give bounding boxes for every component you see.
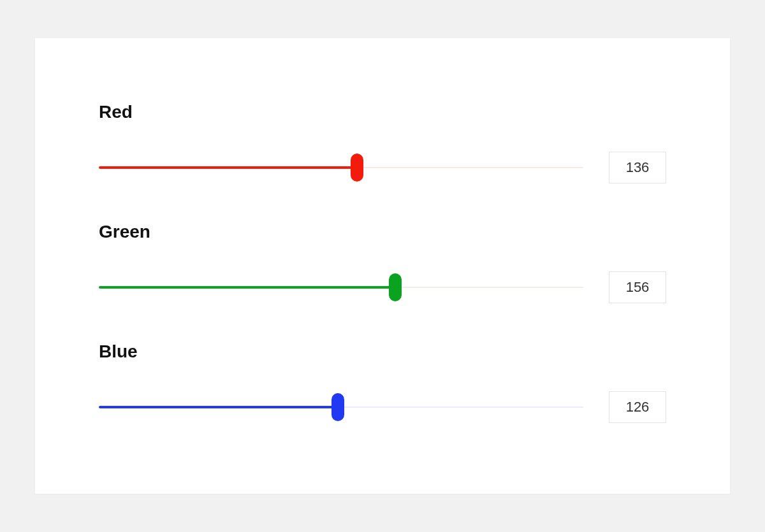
slider-thumb-red[interactable] xyxy=(351,154,363,182)
slider-value-blue[interactable]: 126 xyxy=(609,391,666,423)
slider-row-blue: 126 xyxy=(99,391,666,423)
slider-group-blue: Blue 126 xyxy=(99,341,666,423)
slider-value-green[interactable]: 156 xyxy=(609,271,666,303)
slider-blue[interactable] xyxy=(99,394,583,420)
slider-group-red: Red 136 xyxy=(99,102,666,183)
slider-track-fill-red xyxy=(99,166,357,169)
slider-thumb-green[interactable] xyxy=(389,273,402,301)
rgb-slider-card: Red 136 Green 156 Blue xyxy=(35,38,730,494)
slider-label-red: Red xyxy=(99,102,666,122)
slider-row-red: 136 xyxy=(99,152,666,183)
slider-label-blue: Blue xyxy=(99,341,666,362)
slider-track-fill-green xyxy=(99,286,395,289)
slider-row-green: 156 xyxy=(99,271,666,303)
slider-group-green: Green 156 xyxy=(99,222,666,303)
slider-track-fill-blue xyxy=(99,406,338,408)
slider-thumb-blue[interactable] xyxy=(332,393,344,421)
slider-label-green: Green xyxy=(99,222,666,242)
slider-value-red[interactable]: 136 xyxy=(609,152,666,183)
slider-red[interactable] xyxy=(99,155,583,180)
slider-green[interactable] xyxy=(99,275,583,300)
